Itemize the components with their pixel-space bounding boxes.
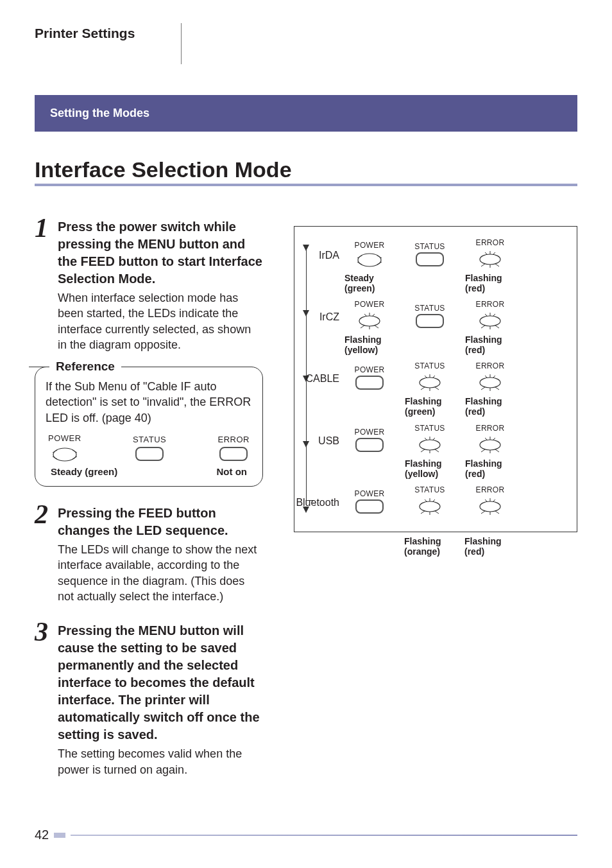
led-flash-icon (476, 372, 504, 394)
step-head: Pressing the FEED button changes the LED… (58, 505, 263, 539)
cap: Steady (green) (344, 273, 397, 293)
step-text: The LEDs will change to show the next in… (58, 542, 263, 604)
row-label: USB (294, 435, 339, 447)
col-hdr-status: STATUS (414, 304, 445, 313)
cap: Flashing (red) (465, 458, 518, 479)
row-label: CABLE (294, 373, 339, 385)
mode-banner: Setting the Modes (35, 95, 577, 132)
cap: Flashing (green) (405, 396, 457, 417)
cap (344, 458, 397, 479)
col-hdr-power: POWER (355, 365, 385, 374)
led-flash-icon (476, 248, 504, 270)
cap: Flashing (red) (465, 273, 518, 293)
interface-diagram: IrDA POWER STATUS ERROR Steady (green) F… (294, 226, 577, 532)
led-off-icon (219, 447, 248, 461)
led-steady-icon (51, 446, 79, 462)
col-hdr-status: STATUS (414, 242, 445, 251)
step-text: The setting becomes valid when the power… (58, 746, 263, 777)
row-label: IrCZ (294, 311, 339, 323)
footer-marker-icon (54, 833, 65, 838)
led-off-icon (355, 376, 384, 390)
led-flash-icon (476, 496, 504, 517)
col-hdr-error: ERROR (476, 485, 505, 494)
step-2: 2 Pressing the FEED button changes the L… (35, 501, 263, 604)
step-head: Pressing the MENU button will cause the … (58, 622, 263, 743)
step-head: Press the power switch while pressing th… (58, 218, 263, 288)
page-number: 42 (35, 828, 49, 842)
col-hdr-power: POWER (355, 300, 385, 309)
col-hdr-status: STATUS (414, 424, 445, 433)
led-off-icon (135, 447, 164, 461)
col-hdr-power: POWER (355, 241, 385, 250)
led-steady-icon (355, 251, 384, 268)
cap (344, 536, 396, 557)
led-flash-icon (416, 434, 444, 456)
led-header-error: ERROR (218, 435, 250, 444)
col-hdr-error: ERROR (476, 361, 505, 370)
row-label: IrDA (294, 250, 339, 261)
led-off-icon (416, 314, 444, 328)
diagram-row-irda: IrDA POWER STATUS ERROR (343, 238, 568, 270)
step-text: When interface selection mode has been s… (58, 290, 263, 352)
step-3: 3 Pressing the MENU button will cause th… (35, 618, 263, 777)
col-hdr-status: STATUS (414, 361, 445, 370)
reference-box: Reference If the Sub Menu of "Cable IF a… (35, 367, 263, 487)
cap (405, 273, 457, 293)
col-hdr-error: ERROR (476, 238, 505, 247)
cap: Flashing (red) (465, 396, 518, 417)
col-hdr-power: POWER (355, 428, 385, 437)
led-header-status: STATUS (133, 435, 166, 444)
step-number: 3 (35, 618, 58, 645)
diagram-row-usb: USB POWER STATUS ERROR (343, 424, 568, 456)
col-hdr-status: STATUS (414, 485, 445, 494)
step-number: 2 (35, 501, 58, 528)
led-header-power: POWER (48, 433, 81, 443)
cap: Flashing (red) (465, 334, 518, 355)
cap: Flashing (red) (464, 536, 517, 557)
cap: Flashing (yellow) (344, 334, 397, 355)
cap: Flashing (orange) (404, 536, 457, 557)
led-flash-icon (355, 310, 384, 332)
step-1: 1 Press the power switch while pressing … (35, 214, 263, 352)
step-number: 1 (35, 214, 58, 241)
col-hdr-error: ERROR (476, 300, 505, 309)
led-caption-noton: Not on (217, 466, 247, 477)
led-flash-icon (476, 434, 504, 456)
diagram-row-ircz: IrCZ POWER STATUS ERROR (343, 300, 568, 332)
diagram-row-cable: CABLE POWER STATUS ERROR (343, 361, 568, 394)
led-flash-icon (416, 372, 444, 394)
cap (344, 396, 397, 417)
led-off-icon (416, 252, 444, 266)
col-hdr-power: POWER (355, 489, 385, 498)
reference-label: Reference (49, 360, 121, 374)
page-heading: Interface Selection Mode (35, 157, 577, 186)
led-caption-steady: Steady (green) (51, 466, 117, 477)
cap (405, 334, 457, 355)
reference-text: If the Sub Menu of "Cable IF auto detect… (46, 379, 252, 426)
header-rule (181, 23, 182, 64)
row-label: Bluetooth (294, 497, 339, 508)
led-off-icon (355, 438, 384, 452)
col-hdr-error: ERROR (476, 424, 505, 433)
led-flash-icon (476, 310, 504, 332)
cap: Flashing (yellow) (405, 458, 457, 479)
led-flash-icon (416, 496, 444, 517)
led-off-icon (355, 499, 384, 514)
footer-rule (71, 835, 577, 836)
section-title: Printer Settings (35, 23, 135, 41)
diagram-row-bluetooth: Bluetooth POWER STATUS ERROR (343, 485, 568, 517)
